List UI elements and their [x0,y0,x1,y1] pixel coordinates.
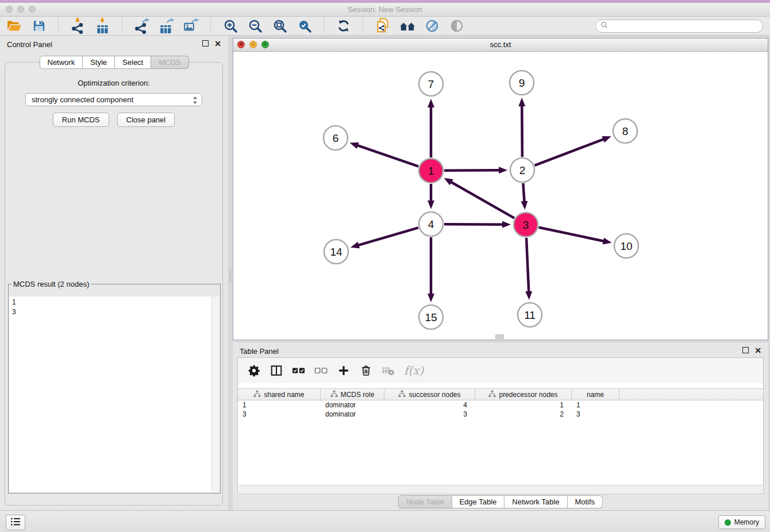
split-columns-icon[interactable] [270,364,283,377]
zoom-selected-icon[interactable] [296,17,313,34]
graph-edge-1-6[interactable] [350,142,419,167]
graph-node-2[interactable]: 2 [510,158,534,182]
zoom-in-icon[interactable] [222,17,239,34]
graph-node-9[interactable]: 9 [510,71,534,95]
delete-column-trash-icon[interactable] [359,364,373,377]
select-all-checkboxes-icon[interactable] [292,364,306,377]
tab-edge-table[interactable]: Edge Table [452,495,505,508]
refresh-layout-icon[interactable] [335,17,352,34]
optimization-criterion-select[interactable]: strongly connected component [25,93,202,106]
graph-node-6[interactable]: 6 [324,126,348,150]
hide-graphics-details-icon[interactable] [424,17,441,34]
graph-edge-4-14[interactable] [351,228,418,248]
mcds-result-list[interactable]: 1 3 [9,296,220,492]
table-header-row: shared nameMCDS rolesuccessor nodesprede… [238,388,763,400]
memory-button[interactable]: Memory [718,515,765,529]
toolbar-separator [210,18,211,33]
select-stepper-icon [192,96,198,106]
graph-edge-4-3[interactable] [444,221,511,228]
tab-select[interactable]: Select [115,56,151,69]
svg-text:10: 10 [620,240,632,252]
titlebar: Session: New Session [0,3,770,17]
open-session-icon[interactable] [6,17,23,34]
search-input[interactable] [611,21,758,30]
column-header-shared-name[interactable]: shared name [238,389,321,400]
graph-edge-2-9[interactable] [518,98,525,157]
close-table-panel-icon[interactable]: ✕ [754,348,761,353]
panel-splitter-handle[interactable] [229,269,232,283]
network-graph[interactable]: 7968124314101511 [233,51,768,340]
status-bar: Memory [0,510,770,532]
result-scrollbar[interactable] [211,296,220,492]
table-panel-window-buttons: ✕ [742,347,761,353]
hierarchy-icon [253,390,261,399]
toolbar-icon-group [6,17,465,34]
deselect-all-checkboxes-icon[interactable] [314,364,328,377]
graph-node-4[interactable]: 4 [419,212,443,236]
tab-node-table[interactable]: Node Table [398,495,452,508]
bird-view-icon[interactable] [448,17,465,34]
graph-node-8[interactable]: 8 [613,119,637,143]
zoom-fit-icon[interactable] [271,17,288,34]
mcds-result-title: MCDS result (2 nodes) [11,280,91,288]
import-table-icon[interactable] [94,17,111,34]
graph-edge-2-3[interactable] [521,183,528,210]
delete-table-icon [382,364,395,377]
task-history-button[interactable] [6,515,25,530]
column-header-MCDS-role[interactable]: MCDS role [321,389,384,400]
tab-style[interactable]: Style [83,56,115,69]
export-image-icon[interactable] [183,17,200,34]
table-horizontal-scrollbar[interactable] [238,485,763,493]
graph-node-3[interactable]: 3 [514,213,538,237]
column-header-successor-nodes[interactable]: successor nodes [384,389,475,400]
tab-mcds[interactable]: MCDS [151,56,188,69]
table-row[interactable]: 3dominator323 [238,410,763,419]
tab-network-table[interactable]: Network Table [505,495,567,508]
graph-edge-1-7[interactable] [428,99,434,157]
graph-node-14[interactable]: 14 [324,240,348,264]
search-field[interactable] [595,20,763,33]
tab-motifs[interactable]: Motifs [567,495,603,508]
table-toolbar: f(x) [238,358,763,383]
save-session-icon[interactable] [30,17,48,34]
graph-edge-1-2[interactable] [444,167,507,174]
graph-edge-3-1[interactable] [444,178,514,218]
import-network-icon[interactable] [70,17,87,34]
graph-edge-4-15[interactable] [428,237,434,302]
clone-network-icon[interactable] [374,17,391,34]
graph-node-1[interactable]: 1 [419,159,443,183]
canvas-resize-grip[interactable] [495,334,504,339]
graph-node-10[interactable]: 10 [614,234,638,258]
table-row[interactable]: 1dominator411 [238,400,763,410]
close-panel-button[interactable]: Close panel [117,113,175,127]
column-header-predecessor-nodes[interactable]: predecessor nodes [475,389,572,400]
network-canvas[interactable]: 7968124314101511 [233,51,768,340]
svg-text:14: 14 [330,246,342,258]
graph-node-15[interactable]: 15 [419,305,443,329]
maximize-network-button[interactable]: + [261,41,269,48]
run-mcds-button[interactable]: Run MCDS [53,113,109,127]
network-window-titlebar[interactable]: ✕ − + scc.txt [233,38,768,52]
tab-network[interactable]: Network [39,56,83,69]
close-panel-icon[interactable]: ✕ [214,41,221,47]
add-column-icon[interactable] [337,364,351,377]
export-network-icon[interactable] [133,17,151,34]
graph-edge-2-8[interactable] [535,136,611,165]
export-table-icon[interactable] [158,17,175,34]
toolbar-separator [58,18,59,33]
graph-node-7[interactable]: 7 [419,72,443,96]
table-settings-gear-icon[interactable] [247,364,261,377]
column-header-name[interactable]: name [572,389,619,400]
minimize-network-button[interactable]: − [249,41,257,48]
graph-node-11[interactable]: 11 [518,303,542,327]
graph-edge-3-11[interactable] [525,238,532,300]
graph-edge-3-10[interactable] [539,228,612,245]
hierarchy-icon [330,390,338,399]
float-table-panel-icon[interactable] [742,347,749,353]
home-icon[interactable] [399,17,416,34]
zoom-out-icon[interactable] [247,17,264,34]
float-panel-icon[interactable] [202,40,209,47]
graph-edge-1-4[interactable] [428,184,434,209]
table-panel: Table Panel ✕ f(x) shared nameMCDS roles… [233,342,768,510]
close-network-button[interactable]: ✕ [237,41,245,48]
